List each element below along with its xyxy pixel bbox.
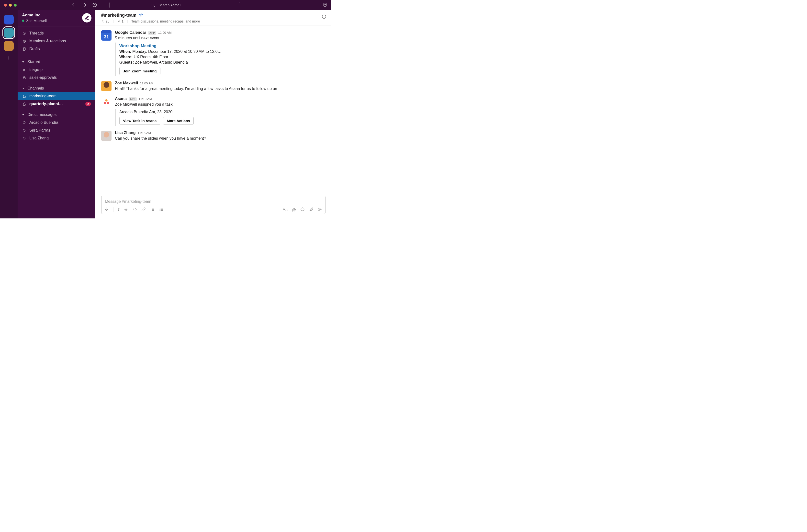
svg-point-40 (159, 210, 160, 211)
sidebar-starred-header[interactable]: Starred (18, 58, 95, 66)
add-workspace-button[interactable] (6, 55, 12, 61)
svg-line-4 (154, 6, 155, 6)
sidebar-item-sales-approvals[interactable]: sales-approvals (18, 74, 95, 81)
mention-button[interactable]: @ (292, 207, 296, 212)
member-count[interactable]: 25 (101, 19, 110, 23)
sidebar-nav: Threads Mentions & reactions Drafts (18, 26, 95, 56)
shortcuts-button[interactable] (104, 207, 109, 212)
sidebar-dm-arcadio[interactable]: Arcadio Buendía (18, 119, 95, 127)
svg-point-24 (105, 99, 107, 101)
attach-button[interactable] (309, 207, 313, 212)
ordered-list-button[interactable]: 123 (150, 207, 155, 212)
sender-name[interactable]: Google Calendar (115, 30, 146, 35)
sender-name[interactable]: Asana (115, 97, 127, 101)
user-name: Zoe Maxwell (26, 19, 47, 23)
svg-marker-15 (22, 88, 24, 89)
svg-marker-19 (139, 13, 143, 16)
timestamp[interactable]: 11:10 AM (139, 97, 152, 101)
presence-active-icon (22, 20, 24, 22)
message-zoe: Zoe Maxwell 11:05 AM Hi all! Thanks for … (101, 78, 326, 94)
timestamp[interactable]: 11:15 AM (137, 131, 151, 135)
sidebar-starred-section: Starred # triage-pr sales-approvals (18, 56, 95, 83)
channel-topic[interactable]: Team discussions, meeting recaps, and mo… (131, 19, 200, 23)
code-button[interactable] (133, 207, 137, 212)
sidebar-mentions[interactable]: Mentions & reactions (18, 37, 95, 45)
strikethrough-button[interactable] (124, 207, 128, 212)
emoji-button[interactable] (300, 207, 305, 212)
hash-icon: # (22, 68, 26, 72)
mentions-icon (22, 39, 26, 43)
minimize-window-icon[interactable] (9, 4, 12, 6)
message-asana: Asana APP 11:10 AM Zoe Maxwell assigned … (101, 94, 326, 128)
workspace-tile-1[interactable] (4, 15, 14, 24)
pin-icon (117, 20, 120, 23)
asana-icon (101, 97, 112, 107)
workspace-header[interactable]: Acme Inc. Zoe Maxwell (18, 10, 95, 26)
message-text: Zoe Maxwell assigned you a task (115, 101, 326, 107)
channel-name[interactable]: #marketing-team (101, 13, 136, 18)
sidebar-item-triage-pr[interactable]: # triage-pr (18, 66, 95, 74)
avatar[interactable] (101, 131, 112, 141)
sidebar-dms-header[interactable]: Direct messages (18, 111, 95, 119)
close-window-icon[interactable] (4, 4, 7, 6)
svg-point-42 (302, 209, 302, 209)
message-text: 5 minutes until next event (115, 35, 326, 41)
sidebar-item-marketing-team[interactable]: marketing-team (18, 92, 95, 100)
svg-point-38 (159, 208, 160, 209)
sidebar-channels-header[interactable]: Channels (18, 84, 95, 92)
avatar[interactable] (101, 81, 112, 91)
svg-text:3: 3 (151, 210, 151, 211)
message-text: Can you share the slides when you have a… (115, 135, 326, 141)
channel-details-button[interactable] (322, 14, 326, 20)
app-badge: APP (148, 31, 156, 35)
message-composer[interactable]: Message #marketing-team I 123 (101, 196, 326, 214)
svg-point-41 (301, 208, 304, 211)
maximize-window-icon[interactable] (14, 4, 17, 6)
sidebar-threads[interactable]: Threads (18, 30, 95, 37)
workspace-tile-2[interactable] (4, 28, 14, 38)
sidebar-drafts[interactable]: Drafts (18, 45, 95, 53)
svg-point-43 (303, 209, 304, 209)
link-button[interactable] (141, 207, 146, 212)
help-button[interactable] (323, 2, 327, 8)
caret-down-icon (22, 113, 24, 117)
format-button[interactable]: Aa (283, 207, 288, 212)
sender-name[interactable]: Lisa Zhang (115, 131, 135, 135)
sidebar-dm-lisa[interactable]: Lisa Zhang (18, 134, 95, 142)
threads-icon (22, 31, 26, 36)
workspace-tile-3[interactable] (4, 41, 14, 51)
lock-icon (22, 94, 26, 98)
italic-button[interactable]: I (118, 207, 119, 212)
history-button[interactable] (92, 2, 97, 8)
bullet-list-button[interactable] (159, 207, 164, 212)
calendar-attachment: Workshop Meeting When: Monday, December … (115, 42, 326, 76)
history-nav (72, 2, 97, 8)
svg-point-10 (24, 41, 25, 42)
svg-rect-17 (23, 104, 25, 105)
person-icon (101, 20, 104, 23)
search-input[interactable]: Search Acme I… (109, 2, 240, 8)
message-list[interactable]: 31 Google Calendar APP 11:00 AM 5 minute… (95, 25, 331, 196)
search-icon (151, 3, 155, 7)
svg-point-20 (102, 20, 103, 21)
sidebar-item-quarterly-planning[interactable]: quarterly-planni… 2 (18, 100, 95, 108)
lock-icon (22, 102, 26, 106)
timestamp[interactable]: 11:00 AM (158, 31, 172, 35)
timestamp[interactable]: 11:05 AM (140, 81, 153, 85)
sidebar-dm-sara[interactable]: Sara Parras (18, 127, 95, 134)
join-zoom-button[interactable]: Join Zoom meeting (119, 67, 160, 75)
event-title[interactable]: Workshop Meeting (119, 43, 326, 49)
sender-name[interactable]: Zoe Maxwell (115, 81, 138, 86)
svg-point-39 (159, 209, 160, 210)
compose-button[interactable] (82, 13, 92, 22)
svg-marker-44 (319, 208, 322, 211)
search-placeholder: Search Acme I… (158, 3, 185, 7)
send-button[interactable] (318, 207, 322, 212)
view-task-button[interactable]: View Task in Asana (119, 117, 160, 125)
star-channel-button[interactable] (139, 13, 143, 18)
forward-button[interactable] (82, 2, 87, 8)
pin-count[interactable]: 1 (117, 19, 123, 23)
more-actions-button[interactable]: More Actions (163, 117, 193, 125)
back-button[interactable] (72, 2, 77, 8)
composer-placeholder[interactable]: Message #marketing-team (104, 198, 322, 207)
